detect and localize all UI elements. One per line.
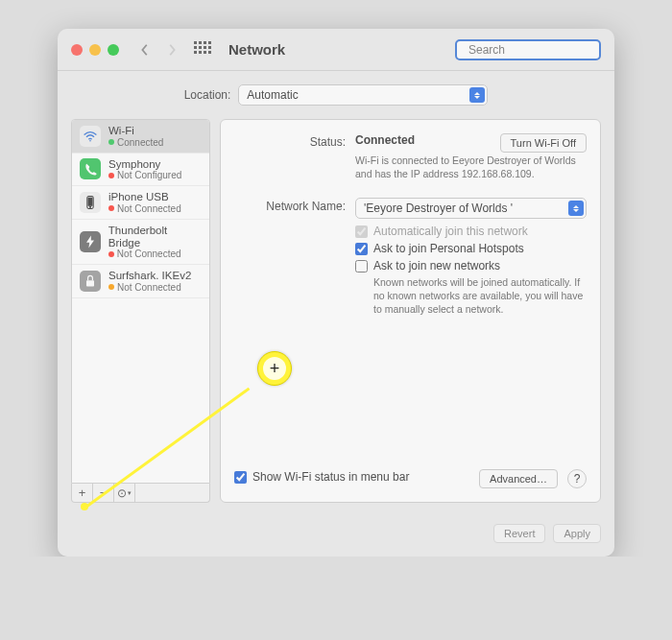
service-item-wifi[interactable]: Wi-Fi Connected <box>72 120 209 154</box>
window-controls <box>71 44 119 56</box>
service-name: iPhone USB <box>108 191 181 203</box>
service-item-thunderbolt[interactable]: Thunderbolt Bridge Not Connected <box>72 220 209 265</box>
ask-new-networks-description: Known networks will be joined automatica… <box>373 276 587 316</box>
close-window-button[interactable] <box>71 44 83 56</box>
network-preferences-window: Network Location: Automatic Wi-Fi <box>58 29 614 557</box>
revert-button[interactable]: Revert <box>493 524 545 543</box>
status-value: Connected <box>355 133 415 147</box>
services-sidebar: Wi-Fi Connected Symphony Not Configured <box>71 119 210 503</box>
location-value: Automatic <box>247 88 298 102</box>
status-label: Status: <box>234 133 346 180</box>
svg-marker-6 <box>86 236 94 249</box>
forward-button[interactable] <box>163 38 180 61</box>
show-menubar-checkbox[interactable]: Show Wi-Fi status in menu bar <box>234 470 409 484</box>
toolbar: Network <box>58 29 614 71</box>
network-name-popup[interactable]: 'Eeyore Destroyer of Worlds ' <box>355 198 587 219</box>
thunderbolt-icon <box>80 231 101 252</box>
gear-icon: ⊙ <box>117 486 127 500</box>
lock-icon <box>80 271 101 292</box>
service-item-symphony[interactable]: Symphony Not Configured <box>72 154 209 187</box>
phone-icon <box>80 158 101 179</box>
add-service-button[interactable]: + <box>72 484 93 502</box>
advanced-button[interactable]: Advanced… <box>479 469 558 488</box>
footer-buttons: Revert Apply <box>58 516 614 557</box>
status-detail-text: Wi-Fi is connected to Eeyore Destroyer o… <box>355 154 587 180</box>
apply-button[interactable]: Apply <box>553 524 601 543</box>
wifi-icon <box>80 126 101 147</box>
network-name-label: Network Name: <box>234 198 346 219</box>
annotation-endpoint <box>81 503 88 510</box>
service-item-vpn[interactable]: Surfshark. IKEv2 Not Connected <box>72 265 209 298</box>
service-item-iphone-usb[interactable]: iPhone USB Not Connected <box>72 186 209 220</box>
network-name-value: 'Eeyore Destroyer of Worlds ' <box>364 201 513 215</box>
wifi-toggle-button[interactable]: Turn Wi-Fi Off <box>500 133 587 153</box>
search-input[interactable] <box>467 42 614 58</box>
search-field[interactable] <box>455 39 601 60</box>
location-popup[interactable]: Automatic <box>238 84 488 106</box>
svg-rect-4 <box>88 198 92 205</box>
service-actions-menu[interactable]: ⊙▾ <box>114 484 135 502</box>
svg-rect-7 <box>86 280 94 286</box>
plus-icon: + <box>263 357 286 380</box>
ask-personal-hotspots-checkbox[interactable]: Ask to join Personal Hotspots <box>355 242 587 255</box>
svg-point-5 <box>89 206 90 207</box>
service-name: Thunderbolt Bridge <box>108 225 202 249</box>
show-all-prefs-button[interactable] <box>194 41 211 59</box>
service-name: Symphony <box>108 158 181 171</box>
updown-icon <box>568 201 584 216</box>
service-details: Status: Connected Turn Wi-Fi Off Wi-Fi i… <box>220 119 601 503</box>
iphone-icon <box>80 192 101 213</box>
auto-join-checkbox: Automatically join this network <box>355 225 587 238</box>
annotation-plus-callout: + <box>257 351 292 386</box>
window-title: Network <box>228 41 285 58</box>
ask-new-networks-checkbox[interactable]: Ask to join new networks <box>355 259 587 273</box>
minimize-window-button[interactable] <box>89 44 101 56</box>
back-button[interactable] <box>136 38 154 61</box>
service-name: Surfshark. IKEv2 <box>108 270 191 282</box>
location-label: Location: <box>184 88 231 102</box>
svg-point-2 <box>89 140 91 142</box>
zoom-window-button[interactable] <box>108 44 119 56</box>
location-row: Location: Automatic <box>58 71 614 119</box>
updown-icon <box>469 87 485 103</box>
service-name: Wi-Fi <box>108 125 163 137</box>
help-button[interactable]: ? <box>567 469 587 488</box>
